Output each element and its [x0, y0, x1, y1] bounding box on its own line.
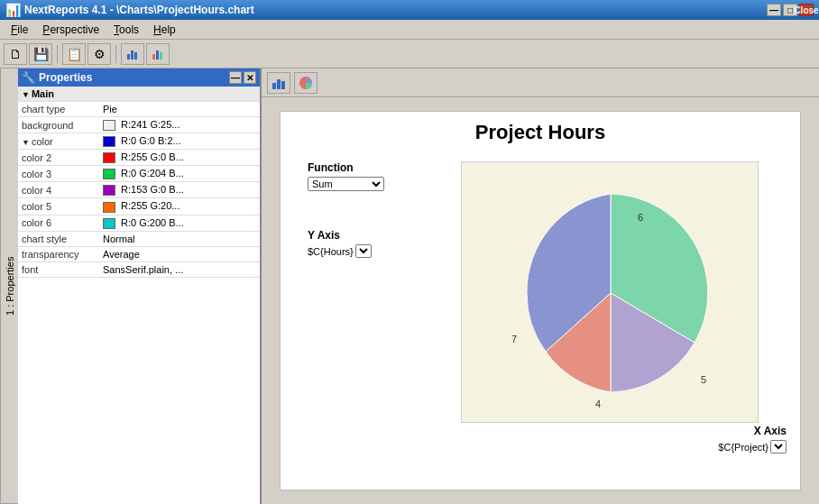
function-select[interactable]: Sum Count Average	[308, 177, 384, 191]
prop-row-color5: color 5 R:255 G:20...	[18, 198, 260, 215]
toolbar-chart1[interactable]	[121, 43, 144, 65]
properties-min-btn[interactable]: —	[229, 71, 242, 84]
color-swatch-color2	[103, 152, 115, 163]
prop-row-background: background R:241 G:25...	[18, 117, 260, 133]
prop-key-color2: color 2	[18, 150, 99, 166]
xaxis-value: $C{Project}	[718, 442, 768, 453]
properties-close-btn[interactable]: ✕	[244, 71, 256, 84]
prop-val-charttype: Pie	[99, 102, 260, 117]
prop-val-color5: R:255 G:20...	[99, 198, 260, 215]
menubar: File Perspective Tools Help	[0, 20, 819, 40]
svg-rect-1	[131, 50, 133, 60]
prop-row-color3: color 3 R:0 G:204 B...	[18, 166, 260, 182]
color-swatch-color5	[103, 202, 115, 213]
prop-val-background: R:241 G:25...	[99, 117, 260, 133]
yaxis-select[interactable]	[355, 244, 372, 258]
menu-help[interactable]: Help	[146, 22, 183, 38]
prop-val-color4: R:153 G:0 B...	[99, 182, 260, 198]
svg-rect-8	[281, 81, 285, 89]
toolbar-new[interactable]: 🗋	[4, 43, 27, 65]
function-control: Function Sum Count Average	[308, 161, 384, 191]
properties-header: 🔧 Properties — ✕	[18, 69, 260, 87]
yaxis-label: Y Axis	[308, 229, 372, 242]
properties-panel: 🔧 Properties — ✕ ▼Main chart type Pie	[18, 69, 262, 504]
side-tab-properties[interactable]: 1 : Properties	[0, 69, 18, 504]
color-swatch-color4	[103, 185, 115, 196]
prop-val-chartstyle: Normal	[99, 231, 260, 246]
prop-key-color6: color 6	[18, 215, 99, 231]
color-swatch-color6	[103, 218, 115, 229]
properties-label: Properties	[39, 71, 92, 84]
xaxis-label: X Axis	[718, 425, 787, 437]
pie-label-6: 6	[638, 212, 643, 223]
menu-tools[interactable]: Tools	[106, 22, 146, 38]
color-swatch-background	[103, 120, 115, 131]
chart-bar-btn[interactable]	[267, 72, 290, 94]
properties-title: 🔧 Properties	[22, 71, 92, 84]
prop-key-chartstyle: chart style	[18, 231, 99, 246]
svg-rect-6	[272, 83, 276, 89]
svg-rect-7	[277, 79, 281, 89]
prop-key-color: ▼color	[18, 133, 99, 150]
properties-icon: 🔧	[22, 71, 35, 84]
toolbar: 🗋 💾 📋 ⚙	[0, 40, 819, 69]
chart-toolbar	[262, 69, 819, 97]
prop-row-color: ▼color R:0 G:0 B:2...	[18, 133, 260, 150]
prop-row-font: font SansSerif.plain, ...	[18, 261, 260, 277]
titlebar-buttons: — □ Close	[767, 4, 814, 16]
svg-rect-0	[127, 54, 130, 60]
titlebar-text: NextReports 4.1 - \Charts\ProjectHours.c…	[24, 4, 254, 16]
section-main: ▼Main	[18, 87, 260, 102]
prop-key-charttype: chart type	[18, 102, 99, 117]
toolbar-sep2	[115, 45, 116, 63]
toolbar-save[interactable]: 💾	[29, 43, 52, 65]
collapse-triangle[interactable]: ▼	[22, 90, 30, 99]
prop-val-color3: R:0 G:204 B...	[99, 166, 260, 182]
svg-rect-2	[134, 52, 137, 60]
prop-row-transparency: transparency Average	[18, 246, 260, 261]
menu-file[interactable]: File	[4, 22, 35, 38]
color-collapse-triangle[interactable]: ▼	[22, 138, 30, 147]
chart-main: Project Hours Function Sum Count Average…	[262, 97, 819, 504]
color-swatch-color	[103, 136, 115, 147]
prop-val-color2: R:255 G:0 B...	[99, 150, 260, 166]
yaxis-value: $C{Hours}	[308, 246, 354, 257]
properties-header-btns: — ✕	[229, 71, 256, 84]
titlebar: 📊 NextReports 4.1 - \Charts\ProjectHours…	[0, 0, 819, 20]
pie-label-4: 4	[595, 399, 601, 409]
prop-row-charttype: chart type Pie	[18, 102, 260, 117]
xaxis-select[interactable]	[770, 440, 787, 454]
titlebar-title: 📊 NextReports 4.1 - \Charts\ProjectHours…	[5, 3, 254, 17]
function-label: Function	[308, 161, 384, 174]
prop-key-transparency: transparency	[18, 246, 99, 261]
menu-perspective[interactable]: Perspective	[35, 22, 106, 38]
toolbar-chart2[interactable]	[146, 43, 170, 65]
yaxis-control: Y Axis $C{Hours}	[308, 229, 372, 258]
main-content: 1 : Properties 🔧 Properties — ✕ ▼Main	[0, 69, 819, 504]
toolbar-sep1	[57, 45, 58, 63]
pie-label-5: 5	[701, 374, 706, 385]
toolbar-settings[interactable]: ⚙	[87, 43, 111, 65]
prop-row-chartstyle: chart style Normal	[18, 231, 260, 246]
section-main-label: ▼Main	[18, 87, 260, 102]
prop-val-font: SansSerif.plain, ...	[99, 261, 260, 277]
app-icon: 📊	[5, 3, 21, 17]
prop-key-color4: color 4	[18, 182, 99, 198]
color-swatch-color3	[103, 169, 115, 179]
svg-rect-3	[152, 54, 155, 60]
prop-key-background: background	[18, 117, 99, 133]
svg-rect-4	[156, 50, 159, 60]
prop-key-color3: color 3	[18, 166, 99, 182]
svg-rect-5	[160, 52, 162, 60]
properties-table: ▼Main chart type Pie background R:241 G:…	[18, 87, 260, 278]
chart-pie-btn[interactable]	[294, 72, 317, 94]
prop-row-color4: color 4 R:153 G:0 B...	[18, 182, 260, 198]
minimize-button[interactable]: —	[767, 4, 781, 16]
pie-chart-container: 6 5 4 7	[461, 161, 759, 423]
pie-chart-svg: 6 5 4 7	[462, 162, 759, 424]
prop-val-transparency: Average	[99, 246, 260, 261]
prop-key-font: font	[18, 261, 99, 277]
close-button[interactable]: Close	[799, 4, 814, 16]
chart-area: Project Hours Function Sum Count Average…	[262, 69, 819, 504]
toolbar-copy[interactable]: 📋	[62, 43, 86, 65]
